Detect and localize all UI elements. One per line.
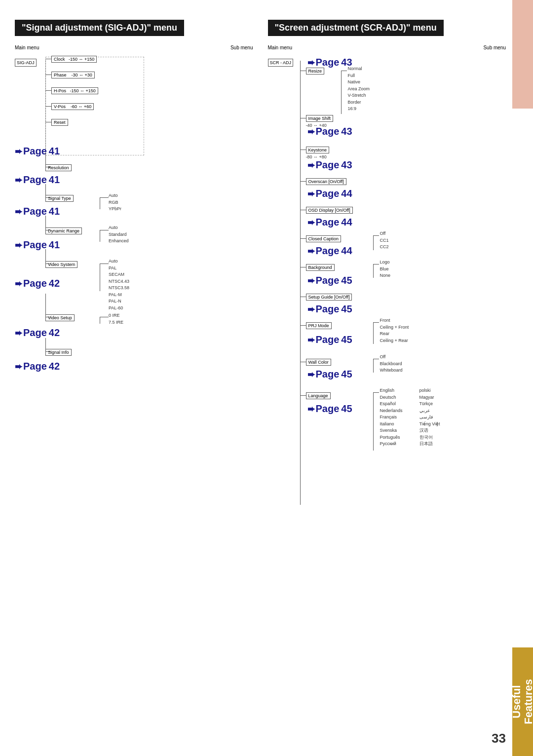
video-setup-box: Video Setup: [45, 314, 75, 321]
sigtype-hline2: [100, 197, 109, 198]
resize-opts-hline: [341, 71, 347, 71]
vidsetup-hline: [45, 317, 51, 317]
dynrange-vline2: [100, 230, 100, 242]
page-45-lang: ➨Page 45: [268, 403, 352, 415]
page-41-signaltype: ➨Page 41: [15, 206, 60, 217]
left-column: Main menu Sub menu SIG-ADJ Clock -150 ↔ …: [15, 45, 253, 595]
dynamic-range-box: Dynamic Range: [45, 227, 82, 234]
vpos-box: V-Pos -60 ↔ +60: [51, 103, 94, 110]
signal-type-opts: Auto RGB YPbPr: [109, 192, 121, 213]
vidsys-hline2: [100, 264, 109, 264]
right-diagram: SCR - ADJ ➨Page 43 Resize Normal Full Na: [268, 52, 506, 595]
bg-hline: [300, 267, 306, 267]
right-section-header: "Screen adjustment (SCR-ADJ)" menu: [268, 20, 444, 36]
overscan-box: Overscan [On/Off]: [306, 178, 346, 185]
page-41-dashed: ➨Page 41: [15, 146, 60, 157]
page-41-dynrange: ➨Page 41: [15, 239, 60, 251]
wc-opts-hline: [373, 359, 379, 359]
bg-opts-vline: [373, 264, 374, 278]
cc-box: Closed Caption: [306, 235, 342, 242]
sigtype-vline: [45, 184, 46, 196]
bg-opts: Logo Blue None: [380, 259, 391, 279]
osd-box: OSD Display [On/Off]: [306, 207, 353, 214]
setup-box: Setup Guide [On/Off]: [306, 294, 352, 301]
sigtype-hline: [45, 197, 51, 198]
osd-hline: [300, 210, 306, 210]
cc-hline: [300, 238, 306, 239]
setup-hline: [300, 297, 306, 297]
wc-opts-vline: [373, 359, 374, 373]
left-diagram: SIG-ADJ Clock -150 ↔ +150 Phase -30 ↔ +3…: [15, 52, 253, 456]
dynrange-vline: [45, 216, 46, 228]
lang-box: Language: [306, 392, 331, 399]
imgshift-box: Image Shift: [306, 115, 334, 122]
resize-hline: [300, 71, 306, 71]
vidsys-vline: [45, 249, 46, 262]
vidsetup-vline2: [100, 317, 100, 324]
right-sub-menu-label: Sub menu: [483, 45, 506, 50]
left-sub-menu-label: Sub menu: [230, 45, 253, 50]
page-45-bg: ➨Page 45: [268, 275, 352, 286]
hpos-box: H-Pos -150 ↔ +150: [51, 87, 98, 94]
res-vline: [45, 152, 46, 165]
prj-opts: Front Ceiling + Front Rear Ceiling + Rea…: [380, 317, 409, 344]
keystone-box: Keystone: [306, 147, 330, 153]
wallcolor-box: Wall Color: [306, 359, 331, 366]
page-42-siginfo: ➨Page 42: [15, 361, 60, 372]
page-42-vidsetup: ➨Page 42: [15, 327, 60, 339]
video-system-box: Video System: [45, 261, 77, 268]
right-column: Main menu Sub menu SCR - ADJ ➨Page 43 Re…: [268, 45, 506, 595]
reset-box: Reset: [51, 119, 68, 126]
page-44-overscan: ➨Page 44: [268, 188, 352, 199]
vpos-hline: [45, 106, 51, 107]
vidsys-vline2: [100, 264, 100, 291]
page-44-cc: ➨Page 44: [268, 245, 352, 257]
prj-hline: [300, 325, 306, 326]
phase-box: Phase -30 ↔ +30: [51, 72, 95, 78]
prj-opts-vline: [373, 322, 374, 344]
page-43-keystone: ➨Page 43: [268, 159, 352, 171]
lang-opts-col2: polski Magyar Türkçe عربي فارسی Tiếng Vi…: [419, 387, 440, 448]
vidsys-hline: [45, 264, 51, 264]
cc-opts-hline: [373, 235, 379, 236]
lang-opts-hline: [373, 392, 379, 393]
lang-hline: [300, 395, 306, 396]
resize-opts-vline: [341, 71, 342, 114]
page-45-setup: ➨Page 45: [268, 303, 352, 315]
page-42-vidsys: ➨Page 42: [15, 278, 60, 289]
imgshift-hline: [300, 118, 306, 118]
prj-box: PRJ Mode: [306, 322, 332, 329]
clock-hline: [45, 59, 51, 59]
page-45-wc: ➨Page 45: [268, 369, 352, 380]
bg-box: Background: [306, 264, 335, 271]
page-41-resolution: ➨Page 41: [15, 174, 60, 186]
tab-label: Useful Features: [511, 679, 533, 724]
page-number: 33: [492, 731, 506, 746]
sig-adj-box: SIG-ADJ: [15, 59, 37, 67]
page-45-prj: ➨Page 45: [268, 334, 352, 345]
siginfo-vline: [45, 338, 46, 350]
resize-opts: Normal Full Native Area Zoom V-Stretch B…: [348, 66, 370, 113]
dynrange-hline2: [100, 230, 109, 230]
vidsetup-hline2: [100, 317, 109, 317]
dynamic-range-opts: Auto Standard Enhanced: [109, 225, 129, 245]
overscan-hline: [300, 181, 306, 182]
siginfo-hline: [45, 351, 51, 352]
dynrange-hline: [45, 230, 51, 230]
reset-hline: [45, 122, 51, 122]
main-content: "Signal adjustment (SIG-ADJ)" menu "Scre…: [15, 20, 506, 595]
cc-opts: Off CC1 CC2: [380, 230, 389, 251]
res-hline: [45, 167, 51, 167]
bottom-tab: Useful Features: [512, 647, 533, 756]
resolution-box: Resolution: [45, 164, 72, 171]
left-main-menu-label: Main menu: [15, 45, 39, 50]
vidsetup-vline: [45, 294, 46, 315]
page-43-main: ➨Page 43: [268, 57, 352, 68]
sigtype-vline2: [100, 197, 100, 209]
hpos-hline: [45, 90, 51, 91]
page-44-osd: ➨Page 44: [268, 217, 352, 228]
phase-hline: [45, 75, 51, 75]
resize-box: Resize: [306, 68, 325, 75]
clock-box: Clock -150 ↔ +150: [51, 56, 97, 63]
wc-opts: Off Blackboard Whiteboard: [380, 354, 403, 374]
